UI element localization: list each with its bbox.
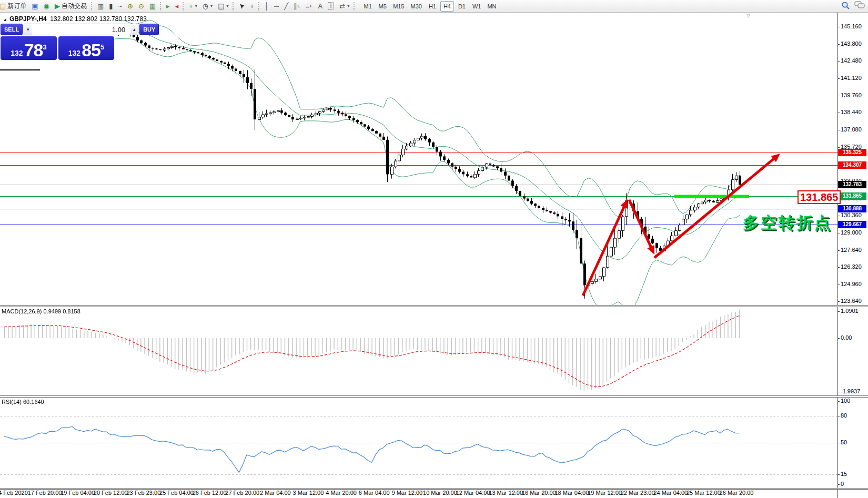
- time-axis-label: 22 Mar 23:00: [621, 490, 655, 496]
- buy-button[interactable]: BUY: [139, 24, 159, 35]
- timeframe-d1-button[interactable]: D1: [455, 1, 469, 12]
- rsi-scale-label: 15: [841, 471, 847, 477]
- rsi-pane-canvas[interactable]: [0, 398, 837, 488]
- main-chart-canvas[interactable]: [0, 13, 837, 305]
- tile-windows-button[interactable]: ▦: [147, 1, 158, 12]
- timeframe-m30-button[interactable]: M30: [408, 1, 425, 12]
- zoom-out-icon: ⊖: [138, 3, 144, 9]
- time-axis-label: 23 Feb 23:00: [126, 490, 160, 496]
- chat-icon[interactable]: [854, 1, 865, 12]
- chart-symbol-period: GBPJPY-,H4: [9, 15, 47, 23]
- timeframe-h1-button[interactable]: H1: [426, 1, 439, 12]
- timeframe-m15-button[interactable]: M15: [390, 1, 407, 12]
- arrows-tool-icon: ⇄: [339, 3, 345, 9]
- toolbar-group: ▸◂: [164, 0, 181, 13]
- chart-shift-marker[interactable]: ▽: [746, 13, 750, 18]
- autotrading-button[interactable]: ▶自动交易: [52, 1, 89, 12]
- text-button[interactable]: A: [315, 1, 325, 12]
- toolbar-group: ▥▮~⊕⊖▦: [95, 0, 158, 13]
- arrows-tool-button[interactable]: ⇄▾: [337, 1, 352, 12]
- volume-decrease-button[interactable]: ▼: [24, 24, 32, 35]
- time-axis-label: 19 Feb 04:00: [60, 490, 95, 496]
- periods-dropdown-icon[interactable]: ▾: [210, 4, 213, 8]
- indicators-dropdown-icon[interactable]: ▾: [195, 4, 197, 8]
- macd-pane-separator[interactable]: [0, 305, 868, 307]
- time-axis-label: 18 Mar 04:00: [554, 490, 589, 496]
- price-marker-131-865: 131.865: [838, 192, 866, 200]
- indicators-button[interactable]: +▾: [186, 1, 200, 12]
- text-label-button[interactable]: T: [325, 1, 337, 12]
- candle-chart-button[interactable]: ▮: [106, 1, 115, 12]
- volume-input[interactable]: [32, 24, 130, 35]
- price-tick-label: 123.640: [841, 298, 862, 304]
- timeframe-mn-button[interactable]: MN: [485, 1, 499, 12]
- indicators-icon: +: [189, 3, 193, 9]
- new-order-label: 新订单: [7, 2, 26, 11]
- fibonacci-sub-icon: F: [310, 4, 313, 8]
- templates-dropdown-icon[interactable]: ▾: [226, 4, 228, 8]
- price-level-label-object[interactable]: 131.865: [798, 190, 841, 204]
- line-chart-icon: ~: [118, 3, 122, 9]
- zoom-in-button[interactable]: ⊕: [125, 1, 136, 12]
- macd-pane-canvas[interactable]: [0, 307, 837, 395]
- search-icon[interactable]: [841, 1, 850, 12]
- price-tick-label: 142.480: [841, 57, 862, 64]
- timeframe-m1-button[interactable]: M1: [361, 1, 375, 12]
- timeframe-w1-button[interactable]: W1: [470, 1, 484, 12]
- timeframe-m5-button[interactable]: M5: [376, 1, 389, 12]
- price-tick-label: 129.000: [841, 229, 862, 236]
- rsi-scale-label: 0: [841, 481, 844, 487]
- price-axis[interactable]: [838, 13, 868, 498]
- sell-price-pip: 3: [43, 43, 46, 51]
- templates-button[interactable]: ▤▾: [215, 1, 231, 12]
- periods-button[interactable]: ◷▾: [200, 1, 215, 12]
- timeframe-h4-button[interactable]: H4: [440, 1, 454, 12]
- crosshair-button[interactable]: +: [247, 1, 257, 12]
- bar-chart-button[interactable]: ▥: [95, 1, 106, 12]
- fibonacci-button[interactable]: ≡F: [303, 1, 315, 12]
- zoom-out-button[interactable]: ⊖: [136, 1, 147, 12]
- price-tick-mark: [837, 216, 840, 216]
- fibonacci-icon: ≡: [306, 3, 310, 9]
- price-tick-label: 126.320: [841, 263, 862, 270]
- sell-button[interactable]: SELL: [1, 24, 23, 35]
- buy-price-pip: 5: [100, 43, 104, 51]
- drawn-hline-object[interactable]: [0, 69, 40, 70]
- tile-windows-icon: ▦: [149, 3, 156, 9]
- horizontal-line-icon: ─: [274, 3, 279, 9]
- line-chart-button[interactable]: ~: [115, 1, 125, 12]
- time-axis-label: 26 Feb 12:00: [193, 490, 227, 496]
- new-order-button[interactable]: ▤新订单: [0, 1, 29, 12]
- price-tick-label: 130.360: [841, 212, 862, 218]
- price-tick-mark: [837, 96, 840, 96]
- equidistant-channel-button[interactable]: ∥E: [291, 1, 303, 12]
- horizontal-line-button[interactable]: ─: [271, 1, 281, 12]
- text-icon: A: [318, 3, 322, 9]
- time-axis-label: 9 Mar 12:00: [391, 490, 422, 496]
- autotrading-icon: ▶: [55, 3, 60, 9]
- auto-scroll-button[interactable]: ▸: [164, 1, 173, 12]
- sell-price-quote[interactable]: 132783: [1, 36, 57, 60]
- time-axis-label: 27 Feb 20:00: [225, 490, 259, 496]
- time-axis-label: 12 Mar 04:00: [456, 490, 490, 496]
- equidistant-channel-sub-icon: E: [298, 4, 300, 8]
- volume-increase-button[interactable]: ▲: [130, 24, 138, 35]
- rsi-pane-separator[interactable]: [0, 395, 868, 398]
- signals-button[interactable]: ◉: [41, 1, 52, 12]
- editor-button[interactable]: ▣: [29, 1, 41, 12]
- chart-shift-button[interactable]: ◂: [173, 1, 181, 12]
- chart-annotation-text[interactable]: 多空转折点: [743, 212, 832, 234]
- buy-price-quote[interactable]: 132855: [58, 36, 114, 60]
- templates-icon: ▤: [218, 3, 224, 9]
- price-axis-border: [837, 13, 838, 498]
- price-tick-mark: [837, 61, 840, 62]
- time-axis-label: 2 Mar 04:00: [260, 490, 291, 496]
- toolbar-group: │─╱∥E≡FAT⇄▾: [262, 0, 352, 13]
- vertical-line-button[interactable]: │: [262, 1, 271, 12]
- trendline-button[interactable]: ╱: [281, 1, 291, 12]
- rsi-indicator-label: RSI(14) 60.1640: [2, 399, 44, 405]
- cursor-button[interactable]: ➤: [236, 1, 247, 12]
- time-axis-label: 13 Mar 12:00: [489, 490, 523, 496]
- price-marker-135-325: 135.325: [838, 149, 866, 156]
- arrows-tool-dropdown-icon[interactable]: ▾: [347, 4, 349, 8]
